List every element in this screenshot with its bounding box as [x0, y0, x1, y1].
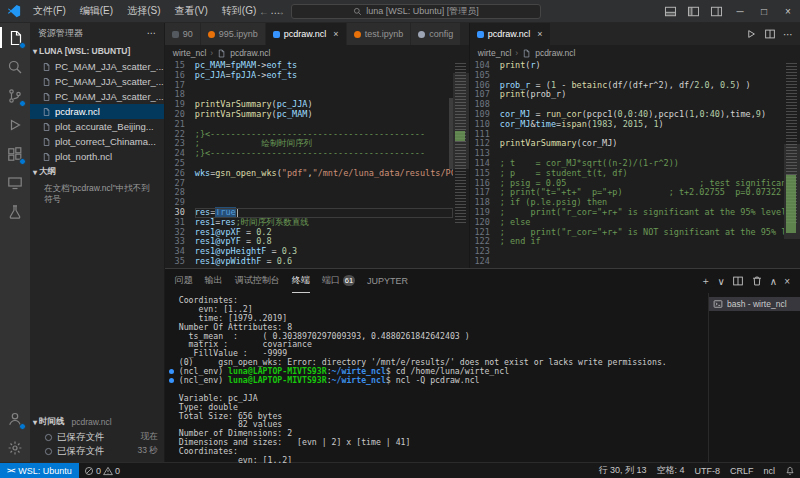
file-type-icon — [208, 31, 215, 38]
terminal-list-item[interactable]: bash - wirte_ncl — [709, 297, 800, 311]
tab-pcdraw.ncl[interactable]: pcdraw.ncl× — [470, 23, 551, 45]
split-editor-icon[interactable] — [764, 28, 776, 40]
statusbar-item[interactable]: 行 30, 列 13 — [593, 464, 651, 477]
terminal-line — [179, 385, 708, 394]
file-item[interactable]: PC_MAM_JJA_scatter_... — [30, 89, 164, 104]
panel-tab-端口[interactable]: 端口61 — [322, 269, 355, 293]
command-decoration[interactable] — [169, 378, 174, 383]
close-button[interactable]: × — [776, 0, 800, 22]
panel-tab-终端[interactable]: 终端 — [292, 269, 310, 293]
search-icon — [7, 59, 23, 75]
close-icon[interactable]: × — [537, 29, 542, 39]
remote-label: WSL: Ubuntu — [18, 466, 72, 476]
more-actions-icon[interactable]: ⋯ — [783, 29, 793, 40]
file-item[interactable]: plot_correct_Chinama... — [30, 134, 164, 149]
activitybar-account[interactable] — [0, 404, 30, 433]
statusbar-item[interactable]: ncl — [758, 466, 780, 476]
breadcrumb-item[interactable]: pcdraw.ncl — [230, 48, 270, 58]
activitybar-search[interactable] — [0, 52, 30, 81]
code-editor[interactable]: 1516171819202122232425262728293031323334… — [165, 61, 469, 268]
minimap[interactable] — [784, 61, 800, 268]
customize-layout-icon[interactable] — [710, 5, 723, 18]
breadcrumb-item[interactable]: pcdraw.ncl — [535, 48, 575, 58]
breadcrumb-item[interactable]: wirte_ncl — [173, 48, 207, 58]
tab-pcdraw.ncl[interactable]: pcdraw.ncl× — [266, 23, 347, 45]
toggle-sidebar-icon[interactable] — [687, 5, 700, 18]
menu-item[interactable]: 文件(F) — [26, 0, 73, 22]
scrollbar-thumb[interactable] — [449, 98, 453, 168]
statusbar-item[interactable]: CRLF — [725, 466, 759, 476]
activitybar-settings[interactable] — [0, 433, 30, 462]
panel-tab-JUPYTER[interactable]: JUPYTER — [367, 269, 408, 293]
code-token: ) — [659, 119, 664, 129]
file-item[interactable]: plot_north.ncl — [30, 149, 164, 164]
maximize-button[interactable]: □ — [752, 0, 776, 22]
minimap[interactable] — [453, 61, 469, 268]
menu-item[interactable]: 编辑(E) — [73, 0, 120, 22]
chevron-down-icon[interactable]: ∨ — [718, 276, 725, 287]
terminal-output[interactable]: Coordinates: evn: [1..2] time: [1979..20… — [165, 293, 708, 463]
file-item[interactable]: pcdraw.ncl — [30, 104, 164, 119]
remote-indicator[interactable]: >< WSL: Ubuntu — [0, 463, 79, 478]
command-decoration[interactable] — [169, 369, 174, 374]
menu-bar: 文件(F)编辑(E)选择(S)查看(V)转到(G)… — [26, 0, 287, 22]
activitybar-explorer[interactable] — [0, 23, 30, 52]
save-event-icon — [44, 433, 53, 442]
code-line: cor_MJ&time=ispan(1983, 2015, 1) — [500, 120, 784, 130]
close-icon[interactable]: × — [333, 29, 338, 39]
breadcrumb-item[interactable]: wirte_ncl — [478, 48, 512, 58]
menu-item[interactable]: 查看(V) — [167, 0, 214, 22]
code-line: wks=gsn_open_wks("pdf","/mnt/e/luna_data… — [195, 169, 453, 179]
toggle-panel-icon[interactable] — [664, 5, 677, 18]
activitybar-remote-explorer[interactable] — [0, 168, 30, 197]
activitybar-run-debug[interactable] — [0, 110, 30, 139]
command-center[interactable]: luna [WSL: Ubuntu] [管理员] — [291, 4, 541, 19]
menu-item[interactable]: 转到(G) — [215, 0, 263, 22]
activitybar-testing[interactable] — [0, 197, 30, 226]
notifications-bell-icon[interactable] — [780, 466, 800, 476]
section-timeline[interactable]: ▾ 时间线 pcdraw.ncl — [30, 414, 164, 430]
panel-tab-输出[interactable]: 输出 — [205, 269, 223, 293]
timeline-item[interactable]: 已保存文件现在 — [30, 430, 164, 444]
menu-item[interactable]: 选择(S) — [120, 0, 167, 22]
back-icon[interactable]: ← — [259, 6, 269, 17]
tab-test.ipynb[interactable]: test.ipynb — [347, 23, 412, 45]
code-token: 2.0 — [694, 80, 709, 90]
run-icon[interactable] — [745, 28, 757, 40]
forward-icon[interactable]: → — [275, 6, 285, 17]
code-token: ; else — [500, 217, 531, 227]
tab-995.ipynb[interactable]: 995.ipynb — [201, 23, 266, 45]
activitybar-source-control[interactable] — [0, 81, 30, 110]
section-workspace[interactable]: ▾ LUNA [WSL: UBUNTU] — [30, 43, 164, 59]
kill-terminal-icon[interactable] — [751, 275, 763, 287]
maximize-panel-icon[interactable]: ∧ — [770, 276, 777, 287]
file-list: PC_MAM_JJA_scatter_...PC_MAM_JJA_scatter… — [30, 59, 164, 164]
tab-config[interactable]: config — [411, 23, 461, 45]
code-token: print — [500, 61, 526, 70]
statusbar-item[interactable]: 空格: 4 — [651, 464, 689, 477]
close-panel-icon[interactable]: × — [784, 276, 790, 287]
file-item[interactable]: PC_MAM_JJA_scatter_... — [30, 74, 164, 89]
tab-90[interactable]: 90 — [165, 23, 201, 45]
section-outline[interactable]: ▾ 大纲 — [30, 164, 164, 180]
text-cursor — [237, 208, 238, 217]
split-terminal-icon[interactable] — [732, 275, 744, 287]
code-token: , — [643, 119, 653, 129]
code-token: time — [536, 119, 556, 129]
problems-status[interactable]: 0 0 — [79, 466, 125, 476]
file-item[interactable]: PC_MAM_JJA_scatter_... — [30, 59, 164, 74]
panel-tab-调试控制台[interactable]: 调试控制台 — [235, 269, 280, 293]
statusbar-item[interactable]: UTF-8 — [689, 466, 725, 476]
code-editor[interactable]: 1041051061071081091101111121131141151161… — [470, 61, 800, 268]
minimize-button[interactable]: ─ — [728, 0, 752, 22]
activitybar-extensions[interactable] — [0, 139, 30, 168]
file-item[interactable]: plot_accurate_Beijing... — [30, 119, 164, 134]
file-name: plot_north.ncl — [55, 151, 112, 162]
panel-tab-问题[interactable]: 问题 — [175, 269, 193, 293]
timeline-item[interactable]: 已保存文件33 秒 — [30, 444, 164, 458]
code-token: , — [612, 119, 622, 129]
code-token: run_cor — [546, 109, 582, 119]
more-actions-icon[interactable]: ⋯ — [147, 28, 156, 38]
code-line: print(r) — [500, 61, 784, 71]
new-terminal-icon[interactable]: ＋ — [701, 274, 711, 288]
